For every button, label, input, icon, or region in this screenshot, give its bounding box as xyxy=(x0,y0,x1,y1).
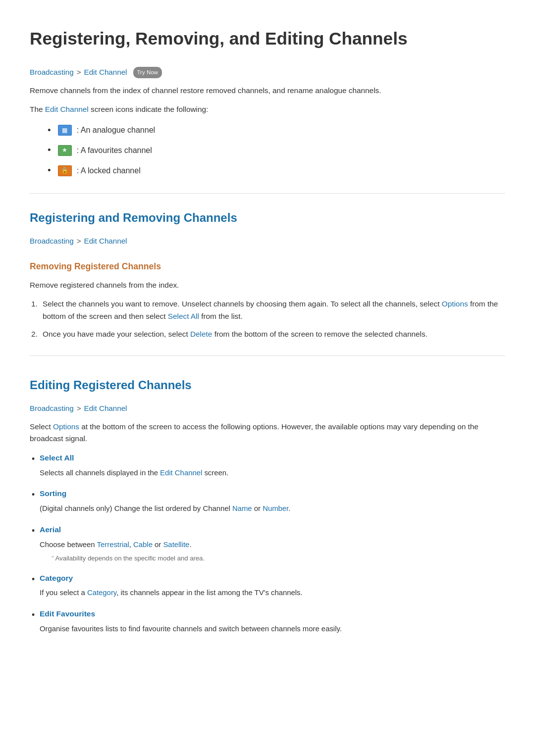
step1-options-link[interactable]: Options xyxy=(442,300,468,308)
aerial-cable-link[interactable]: Cable xyxy=(133,541,153,549)
edit-favourites-desc: Organise favourites lists to find favour… xyxy=(40,625,342,633)
breadcrumb-broadcasting-link[interactable]: Broadcasting xyxy=(30,66,74,78)
aerial-terrestrial-link[interactable]: Terrestrial xyxy=(97,541,129,549)
aerial-desc4: . xyxy=(189,541,191,549)
option-sorting-title[interactable]: Sorting xyxy=(40,488,505,500)
sorting-desc1: (Digital channels only) xyxy=(40,504,112,512)
section-registering-removing: Registering and Removing Channels Broadc… xyxy=(30,208,505,341)
intro-text-2b: screen icons indicate the following: xyxy=(89,105,209,113)
removing-steps-list: Select the channels you want to remove. … xyxy=(30,298,505,341)
section-2-title: Editing Registered Channels xyxy=(30,376,505,395)
channel-icon-item-favourites: ★ : A favourites channel xyxy=(48,143,505,158)
category-link[interactable]: Category xyxy=(87,589,116,597)
section-2-breadcrumb: Broadcasting > Edit Channel xyxy=(30,403,505,414)
aerial-desc1: Choose between xyxy=(40,541,97,549)
divider-2 xyxy=(30,355,505,356)
subsection-removing-title: Removing Registered Channels xyxy=(30,259,505,273)
removing-step-2: Once you have made your selection, selec… xyxy=(40,328,505,341)
subsection-removing-intro: Remove registered channels from the inde… xyxy=(30,279,505,292)
aerial-satellite-link[interactable]: Satellite xyxy=(163,541,189,549)
option-edit-favourites-title[interactable]: Edit Favourites xyxy=(40,608,505,620)
channel-icon-item-analogue: ▩ : An analogue channel xyxy=(48,123,505,138)
page-title: Registering, Removing, and Editing Chann… xyxy=(30,25,505,52)
section-1-breadcrumb: Broadcasting > Edit Channel xyxy=(30,235,505,247)
option-select-all: Select All Selects all channels displaye… xyxy=(40,452,505,479)
intro-edit-channel-link[interactable]: Edit Channel xyxy=(45,105,89,113)
category-desc2: , its channels appear in the list among … xyxy=(116,589,303,597)
locked-icon: 🔒 xyxy=(58,165,72,176)
option-sorting: Sorting (Digital channels only) Change t… xyxy=(40,488,505,515)
select-all-desc2: screen. xyxy=(202,469,228,477)
subsection-removing: Removing Registered Channels Remove regi… xyxy=(30,259,505,341)
intro-text-1: Remove channels from the index of channe… xyxy=(30,85,505,97)
favourites-icon-label: : A favourites channel xyxy=(77,144,152,157)
option-aerial-title[interactable]: Aerial xyxy=(40,524,505,536)
aerial-note: Availability depends on the specific mod… xyxy=(40,553,505,563)
intro-text-2: The Edit Channel screen icons indicate t… xyxy=(30,103,505,116)
select-all-edit-channel-link[interactable]: Edit Channel xyxy=(160,469,202,477)
removing-step-1: Select the channels you want to remove. … xyxy=(40,298,505,322)
aerial-desc: Choose between Terrestrial, Cable or Sat… xyxy=(40,541,192,549)
section-2-breadcrumb-sep: > xyxy=(77,403,81,414)
sorting-desc4: . xyxy=(288,504,290,512)
section-2-intro-1: Select xyxy=(30,422,53,431)
section-editing: Editing Registered Channels Broadcasting… xyxy=(30,376,505,635)
section-2-breadcrumb-edit-channel[interactable]: Edit Channel xyxy=(84,403,127,414)
section-2-options-link[interactable]: Options xyxy=(53,422,79,431)
select-all-desc1: Selects all channels displayed in the xyxy=(40,469,160,477)
analogue-icon: ▩ xyxy=(58,125,72,136)
option-category: Category If you select a Category, its c… xyxy=(40,572,505,600)
aerial-desc3: or xyxy=(153,541,163,549)
category-desc: If you select a Category, its channels a… xyxy=(40,589,303,597)
section-2-breadcrumb-broadcasting[interactable]: Broadcasting xyxy=(30,403,74,414)
option-category-title[interactable]: Category xyxy=(40,572,505,585)
section-1-breadcrumb-broadcasting[interactable]: Broadcasting xyxy=(30,235,74,247)
channel-icon-item-locked: 🔒 : A locked channel xyxy=(48,163,505,178)
sorting-number-link[interactable]: Number xyxy=(263,504,288,512)
try-now-badge[interactable]: Try Now xyxy=(133,67,162,78)
breadcrumb-separator: > xyxy=(77,66,81,78)
breadcrumb-edit-channel-link[interactable]: Edit Channel xyxy=(84,66,127,78)
section-1-breadcrumb-edit-channel[interactable]: Edit Channel xyxy=(84,235,127,247)
analogue-icon-label: : An analogue channel xyxy=(77,124,155,137)
step1-text1: Select the channels you want to remove. … xyxy=(43,300,442,308)
step2-delete-link[interactable]: Delete xyxy=(190,330,212,338)
sorting-desc3: or xyxy=(252,504,263,512)
sorting-name-link[interactable]: Name xyxy=(232,504,252,512)
section-2-intro: Select Options at the bottom of the scre… xyxy=(30,421,505,445)
section-2-intro-2: at the bottom of the screen to access th… xyxy=(30,422,479,443)
step1-text3: from the list. xyxy=(199,312,243,320)
option-select-all-desc: Selects all channels displayed in the Ed… xyxy=(40,469,228,477)
category-desc1: If you select a xyxy=(40,589,87,597)
editing-options-list: Select All Selects all channels displaye… xyxy=(30,452,505,635)
intro-text-2a: The xyxy=(30,105,45,113)
step2-text2: from the bottom of the screen to remove … xyxy=(212,330,428,338)
section-1-title: Registering and Removing Channels xyxy=(30,208,505,227)
option-edit-favourites: Edit Favourites Organise favourites list… xyxy=(40,608,505,635)
step1-select-all-link[interactable]: Select All xyxy=(168,312,199,320)
locked-icon-label: : A locked channel xyxy=(77,164,141,177)
option-aerial: Aerial Choose between Terrestrial, Cable… xyxy=(40,524,505,563)
step2-text1: Once you have made your selection, selec… xyxy=(43,330,190,338)
section-1-breadcrumb-sep: > xyxy=(77,235,81,247)
sorting-desc-line2: Change the list ordered by Channel Name … xyxy=(114,504,291,512)
top-breadcrumb: Broadcasting > Edit Channel Try Now xyxy=(30,66,505,78)
sorting-desc2: Change the list ordered by Channel xyxy=(114,504,232,512)
aerial-desc2: , xyxy=(129,541,133,549)
favourites-icon: ★ xyxy=(58,145,72,156)
divider-1 xyxy=(30,193,505,194)
option-select-all-title[interactable]: Select All xyxy=(40,452,505,464)
channel-icon-list: ▩ : An analogue channel ★ : A favourites… xyxy=(30,123,505,178)
